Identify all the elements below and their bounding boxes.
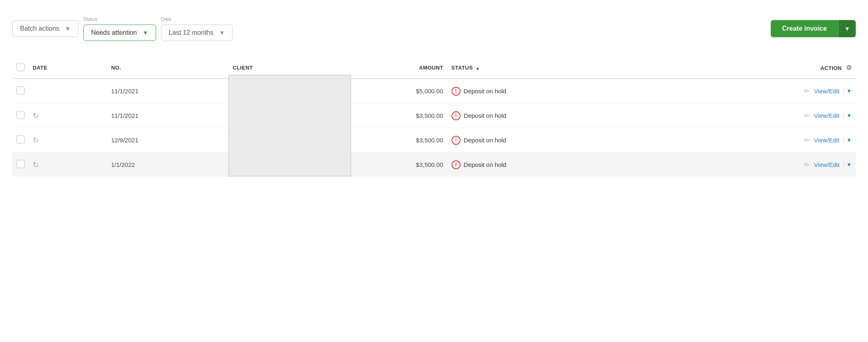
view-edit-link[interactable]: View/Edit xyxy=(814,88,839,94)
status-filter-group: Status Needs attention ▼ xyxy=(83,16,156,41)
view-edit-arrow-icon[interactable]: ▼ xyxy=(843,137,852,143)
select-all-checkbox[interactable] xyxy=(16,63,25,71)
row-checkbox[interactable] xyxy=(16,86,25,94)
view-edit-link[interactable]: View/Edit xyxy=(814,161,839,168)
row-status: ! Deposit on hold xyxy=(447,104,664,128)
view-edit-arrow-icon[interactable]: ▼ xyxy=(843,112,852,119)
table-row: ↻12/9/2021$3,500.00 ! Deposit on hold ✏ … xyxy=(12,128,856,153)
recurring-icon-cell: ↻ xyxy=(29,104,107,128)
recurring-icon-cell xyxy=(29,79,107,104)
row-date: 12/9/2021 xyxy=(107,128,228,153)
date-filter-chevron-icon: ▼ xyxy=(219,29,225,36)
status-filter-button[interactable]: Needs attention ▼ xyxy=(83,25,156,41)
row-action: ✏ View/Edit ▼ xyxy=(664,104,856,128)
status-filter-label: Status xyxy=(83,16,156,22)
client-popup xyxy=(228,75,351,176)
batch-actions-button[interactable]: Batch actions ▼ xyxy=(12,20,78,37)
view-edit-arrow-icon[interactable]: ▼ xyxy=(843,88,852,94)
row-checkbox[interactable] xyxy=(16,135,25,144)
table-header-row: DATE NO. CLIENT AMOUNT STATUS ▲ ACTION ⚙ xyxy=(12,57,856,79)
alert-icon: ! xyxy=(452,160,461,169)
batch-actions-group: Batch actions ▼ xyxy=(12,20,78,37)
batch-actions-chevron-icon: ▼ xyxy=(65,25,71,32)
col-header-no: NO. xyxy=(107,57,228,79)
action-gear-icon[interactable]: ⚙ xyxy=(846,64,852,71)
recurring-icon-cell: ↻ xyxy=(29,153,107,177)
table-row: 11/1/2021$5,000.00 ! Deposit on hold ✏ V… xyxy=(12,79,856,104)
create-invoice-label: Create invoice xyxy=(782,25,827,32)
col-header-action: ACTION ⚙ xyxy=(664,57,856,79)
view-edit-link[interactable]: View/Edit xyxy=(814,137,839,144)
row-action: ✏ View/Edit ▼ xyxy=(664,79,856,104)
status-text: Deposit on hold xyxy=(464,137,506,144)
row-date: 11/1/2021 xyxy=(107,104,228,128)
date-filter-label: Date xyxy=(161,16,233,22)
alert-icon: ! xyxy=(452,87,461,96)
select-all-header xyxy=(12,57,29,79)
row-date: 1/1/2022 xyxy=(107,153,228,177)
create-invoice-group: Create invoice ▼ xyxy=(771,20,856,37)
status-filter-value: Needs attention xyxy=(91,29,137,36)
batch-actions-label: Batch actions xyxy=(20,25,59,32)
alert-icon: ! xyxy=(452,111,461,120)
status-sort-icon: ▲ xyxy=(476,66,480,70)
recurring-icon: ↻ xyxy=(33,161,39,169)
table-row: ↻1/1/2022$3,500.00 ! Deposit on hold ✏ V… xyxy=(12,153,856,177)
edit-icon[interactable]: ✏ xyxy=(804,111,810,120)
table-row: ↻11/1/2021$3,500.00 ! Deposit on hold ✏ … xyxy=(12,104,856,128)
edit-icon[interactable]: ✏ xyxy=(804,136,810,145)
row-status: ! Deposit on hold xyxy=(447,128,664,153)
col-header-date: DATE xyxy=(29,57,107,79)
invoice-table: DATE NO. CLIENT AMOUNT STATUS ▲ ACTION ⚙… xyxy=(12,57,856,177)
toolbar: Batch actions ▼ Status Needs attention ▼… xyxy=(12,8,856,53)
row-action: ✏ View/Edit ▼ xyxy=(664,153,856,177)
row-checkbox[interactable] xyxy=(16,111,25,119)
row-action: ✏ View/Edit ▼ xyxy=(664,128,856,153)
edit-icon[interactable]: ✏ xyxy=(804,87,810,96)
row-client xyxy=(228,79,326,104)
row-status: ! Deposit on hold xyxy=(447,153,664,177)
row-status: ! Deposit on hold xyxy=(447,79,664,104)
alert-icon: ! xyxy=(452,136,461,145)
recurring-icon: ↻ xyxy=(33,136,39,144)
status-text: Deposit on hold xyxy=(464,112,506,119)
view-edit-arrow-icon[interactable]: ▼ xyxy=(843,162,852,168)
edit-icon[interactable]: ✏ xyxy=(804,160,810,169)
status-text: Deposit on hold xyxy=(464,88,506,94)
create-invoice-button[interactable]: Create invoice xyxy=(771,20,838,37)
view-edit-link[interactable]: View/Edit xyxy=(814,112,839,119)
col-header-status[interactable]: STATUS ▲ xyxy=(447,57,664,79)
row-date: 11/1/2021 xyxy=(107,79,228,104)
status-filter-chevron-icon: ▼ xyxy=(143,29,148,36)
create-invoice-dropdown-icon: ▼ xyxy=(844,25,850,32)
row-checkbox[interactable] xyxy=(16,160,25,168)
date-filter-value: Last 12 months xyxy=(169,29,213,36)
date-filter-group: Date Last 12 months ▼ xyxy=(161,16,233,41)
recurring-icon-cell: ↻ xyxy=(29,128,107,153)
date-filter-button[interactable]: Last 12 months ▼ xyxy=(161,25,233,41)
create-invoice-arrow-button[interactable]: ▼ xyxy=(838,20,856,37)
status-text: Deposit on hold xyxy=(464,161,506,168)
recurring-icon: ↻ xyxy=(33,112,39,120)
